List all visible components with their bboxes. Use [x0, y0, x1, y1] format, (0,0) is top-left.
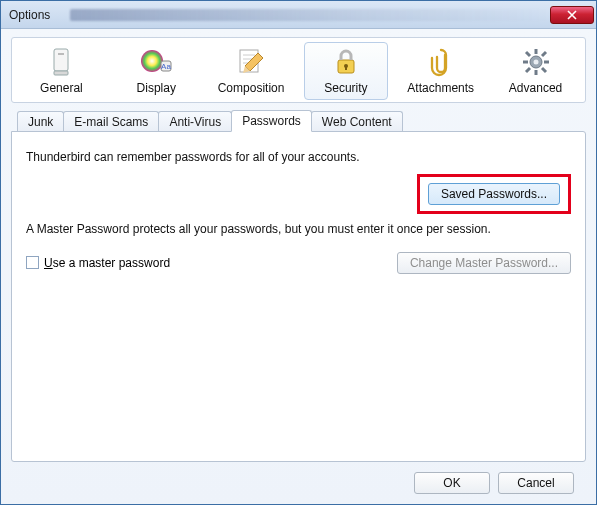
tab-passwords[interactable]: Passwords	[231, 110, 312, 132]
window-title: Options	[9, 8, 50, 22]
svg-text:Aa: Aa	[161, 62, 171, 71]
dialog-footer: OK Cancel	[11, 462, 586, 494]
change-master-password-button[interactable]: Change Master Password...	[397, 252, 571, 274]
security-lock-icon	[305, 45, 387, 79]
passwords-panel: Thunderbird can remember passwords for a…	[11, 131, 586, 462]
use-master-rest: se a master password	[53, 256, 170, 270]
close-icon	[567, 10, 577, 20]
svg-rect-2	[58, 53, 64, 55]
svg-rect-0	[54, 49, 68, 71]
svg-line-19	[542, 68, 546, 72]
category-security[interactable]: Security	[304, 42, 388, 100]
saved-passwords-button[interactable]: Saved Passwords...	[428, 183, 560, 205]
master-password-desc: A Master Password protects all your pass…	[26, 222, 571, 236]
category-advanced-label: Advanced	[495, 81, 577, 95]
display-icon: Aa	[115, 45, 197, 79]
attachments-clip-icon	[400, 45, 482, 79]
category-attachments[interactable]: Attachments	[399, 42, 483, 100]
use-master-accel: U	[44, 256, 53, 270]
svg-line-20	[542, 52, 546, 56]
saved-passwords-highlight: Saved Passwords...	[417, 174, 571, 214]
svg-point-22	[533, 60, 538, 65]
tab-junk[interactable]: Junk	[17, 111, 64, 132]
svg-line-18	[526, 52, 530, 56]
security-tabstrip: Junk E-mail Scams Anti-Virus Passwords W…	[11, 109, 586, 131]
category-general-label: General	[20, 81, 102, 95]
tab-web-content[interactable]: Web Content	[311, 111, 403, 132]
checkbox-box	[26, 256, 39, 269]
category-general[interactable]: General	[19, 42, 103, 100]
general-icon	[20, 45, 102, 79]
titlebar-blur	[70, 9, 550, 21]
svg-point-3	[141, 50, 163, 72]
composition-icon	[210, 45, 292, 79]
svg-line-21	[526, 68, 530, 72]
remember-passwords-text: Thunderbird can remember passwords for a…	[26, 150, 571, 164]
ok-button[interactable]: OK	[414, 472, 490, 494]
category-display-label: Display	[115, 81, 197, 95]
category-toolbar: General Aa Display Composition Security	[11, 37, 586, 103]
tab-anti-virus[interactable]: Anti-Virus	[158, 111, 232, 132]
tab-email-scams[interactable]: E-mail Scams	[63, 111, 159, 132]
close-button[interactable]	[550, 6, 594, 24]
svg-rect-1	[54, 71, 68, 75]
category-security-label: Security	[305, 81, 387, 95]
use-master-password-checkbox[interactable]: Use a master password	[26, 256, 170, 270]
advanced-gear-icon	[495, 45, 577, 79]
category-composition[interactable]: Composition	[209, 42, 293, 100]
category-composition-label: Composition	[210, 81, 292, 95]
client-area: General Aa Display Composition Security	[1, 29, 596, 504]
titlebar: Options	[1, 1, 596, 29]
category-display[interactable]: Aa Display	[114, 42, 198, 100]
svg-rect-12	[345, 66, 347, 70]
category-attachments-label: Attachments	[400, 81, 482, 95]
cancel-button[interactable]: Cancel	[498, 472, 574, 494]
options-window: Options General Aa Display	[0, 0, 597, 505]
category-advanced[interactable]: Advanced	[494, 42, 578, 100]
